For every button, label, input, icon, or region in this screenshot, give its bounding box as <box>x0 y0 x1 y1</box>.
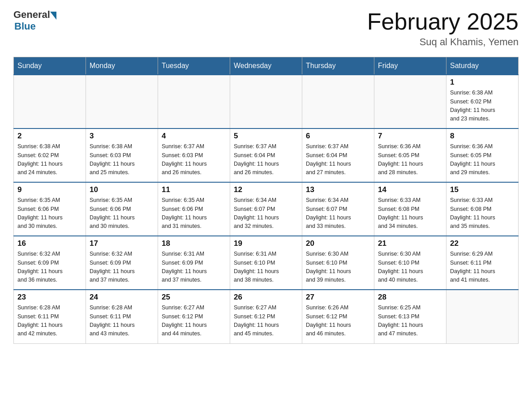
day-number: 9 <box>17 185 82 194</box>
day-number: 26 <box>234 293 298 302</box>
calendar-cell: 13Sunrise: 6:34 AMSunset: 6:07 PMDayligh… <box>302 182 374 236</box>
day-info: Sunrise: 6:34 AMSunset: 6:07 PMDaylight:… <box>234 196 298 231</box>
week-row-5: 23Sunrise: 6:28 AMSunset: 6:11 PMDayligh… <box>14 290 519 343</box>
calendar-table: SundayMondayTuesdayWednesdayThursdayFrid… <box>13 57 519 344</box>
day-number: 17 <box>90 239 154 248</box>
calendar-header-tuesday: Tuesday <box>158 57 230 75</box>
day-number: 13 <box>306 185 370 194</box>
day-number: 10 <box>90 185 154 194</box>
day-number: 15 <box>450 185 515 194</box>
logo: General Blue <box>13 9 56 32</box>
calendar-cell <box>302 75 374 128</box>
day-number: 23 <box>17 293 82 302</box>
calendar-cell: 19Sunrise: 6:31 AMSunset: 6:10 PMDayligh… <box>230 236 302 290</box>
calendar-header-thursday: Thursday <box>302 57 374 75</box>
day-info: Sunrise: 6:33 AMSunset: 6:08 PMDaylight:… <box>450 196 515 231</box>
day-number: 20 <box>306 239 370 248</box>
calendar-cell: 14Sunrise: 6:33 AMSunset: 6:08 PMDayligh… <box>374 182 446 236</box>
day-info: Sunrise: 6:29 AMSunset: 6:11 PMDaylight:… <box>450 250 515 285</box>
day-number: 19 <box>234 239 298 248</box>
day-number: 18 <box>162 239 226 248</box>
day-info: Sunrise: 6:26 AMSunset: 6:12 PMDaylight:… <box>306 304 370 338</box>
day-number: 21 <box>378 239 442 248</box>
day-info: Sunrise: 6:33 AMSunset: 6:08 PMDaylight:… <box>378 196 442 231</box>
calendar-cell: 6Sunrise: 6:37 AMSunset: 6:04 PMDaylight… <box>302 128 374 182</box>
day-number: 24 <box>90 293 154 302</box>
calendar-header-saturday: Saturday <box>446 57 519 75</box>
week-row-3: 9Sunrise: 6:35 AMSunset: 6:06 PMDaylight… <box>14 182 519 236</box>
calendar-cell: 16Sunrise: 6:32 AMSunset: 6:09 PMDayligh… <box>14 236 86 290</box>
calendar-cell <box>158 75 230 128</box>
calendar-header-friday: Friday <box>374 57 446 75</box>
day-number: 1 <box>450 78 515 87</box>
day-number: 11 <box>162 185 226 194</box>
day-info: Sunrise: 6:32 AMSunset: 6:09 PMDaylight:… <box>17 250 82 285</box>
calendar-cell: 9Sunrise: 6:35 AMSunset: 6:06 PMDaylight… <box>14 182 86 236</box>
calendar-cell: 23Sunrise: 6:28 AMSunset: 6:11 PMDayligh… <box>14 290 86 343</box>
calendar-cell: 12Sunrise: 6:34 AMSunset: 6:07 PMDayligh… <box>230 182 302 236</box>
calendar-cell <box>86 75 158 128</box>
day-info: Sunrise: 6:37 AMSunset: 6:04 PMDaylight:… <box>306 142 370 177</box>
calendar-cell: 2Sunrise: 6:38 AMSunset: 6:02 PMDaylight… <box>14 128 86 182</box>
day-number: 25 <box>162 293 226 302</box>
calendar-cell: 21Sunrise: 6:30 AMSunset: 6:10 PMDayligh… <box>374 236 446 290</box>
calendar-header-row: SundayMondayTuesdayWednesdayThursdayFrid… <box>14 57 519 75</box>
calendar-cell: 5Sunrise: 6:37 AMSunset: 6:04 PMDaylight… <box>230 128 302 182</box>
day-number: 14 <box>378 185 442 194</box>
calendar-header-wednesday: Wednesday <box>230 57 302 75</box>
calendar-cell: 26Sunrise: 6:27 AMSunset: 6:12 PMDayligh… <box>230 290 302 343</box>
day-info: Sunrise: 6:27 AMSunset: 6:12 PMDaylight:… <box>162 304 226 338</box>
day-info: Sunrise: 6:30 AMSunset: 6:10 PMDaylight:… <box>378 250 442 285</box>
day-info: Sunrise: 6:31 AMSunset: 6:10 PMDaylight:… <box>234 250 298 285</box>
day-number: 27 <box>306 293 370 302</box>
page-header: General Blue February 2025 Suq al Khamis… <box>13 9 519 48</box>
day-info: Sunrise: 6:36 AMSunset: 6:05 PMDaylight:… <box>450 142 515 177</box>
calendar-cell: 10Sunrise: 6:35 AMSunset: 6:06 PMDayligh… <box>86 182 158 236</box>
calendar-cell: 15Sunrise: 6:33 AMSunset: 6:08 PMDayligh… <box>446 182 519 236</box>
day-info: Sunrise: 6:35 AMSunset: 6:06 PMDaylight:… <box>17 196 82 231</box>
day-info: Sunrise: 6:27 AMSunset: 6:12 PMDaylight:… <box>234 304 298 338</box>
day-number: 4 <box>162 132 226 141</box>
calendar-cell: 11Sunrise: 6:35 AMSunset: 6:06 PMDayligh… <box>158 182 230 236</box>
calendar-cell <box>230 75 302 128</box>
day-number: 2 <box>17 132 82 141</box>
calendar-cell: 22Sunrise: 6:29 AMSunset: 6:11 PMDayligh… <box>446 236 519 290</box>
day-info: Sunrise: 6:38 AMSunset: 6:02 PMDaylight:… <box>17 142 82 177</box>
calendar-cell: 27Sunrise: 6:26 AMSunset: 6:12 PMDayligh… <box>302 290 374 343</box>
day-info: Sunrise: 6:36 AMSunset: 6:05 PMDaylight:… <box>378 142 442 177</box>
day-info: Sunrise: 6:38 AMSunset: 6:03 PMDaylight:… <box>90 142 154 177</box>
day-info: Sunrise: 6:35 AMSunset: 6:06 PMDaylight:… <box>162 196 226 231</box>
calendar-cell: 1Sunrise: 6:38 AMSunset: 6:02 PMDaylight… <box>446 75 519 128</box>
logo-arrow-icon <box>50 12 56 20</box>
day-number: 7 <box>378 132 442 141</box>
day-number: 12 <box>234 185 298 194</box>
day-info: Sunrise: 6:37 AMSunset: 6:04 PMDaylight:… <box>234 142 298 177</box>
calendar-cell: 17Sunrise: 6:32 AMSunset: 6:09 PMDayligh… <box>86 236 158 290</box>
week-row-2: 2Sunrise: 6:38 AMSunset: 6:02 PMDaylight… <box>14 128 519 182</box>
calendar-cell: 24Sunrise: 6:28 AMSunset: 6:11 PMDayligh… <box>86 290 158 343</box>
calendar-cell <box>14 75 86 128</box>
day-number: 28 <box>378 293 442 302</box>
day-number: 5 <box>234 132 298 141</box>
day-info: Sunrise: 6:28 AMSunset: 6:11 PMDaylight:… <box>90 304 154 338</box>
day-info: Sunrise: 6:25 AMSunset: 6:13 PMDaylight:… <box>378 304 442 338</box>
month-title: February 2025 <box>367 9 519 34</box>
day-number: 16 <box>17 239 82 248</box>
calendar-cell: 28Sunrise: 6:25 AMSunset: 6:13 PMDayligh… <box>374 290 446 343</box>
day-number: 3 <box>90 132 154 141</box>
day-info: Sunrise: 6:37 AMSunset: 6:03 PMDaylight:… <box>162 142 226 177</box>
calendar-cell: 4Sunrise: 6:37 AMSunset: 6:03 PMDaylight… <box>158 128 230 182</box>
day-info: Sunrise: 6:34 AMSunset: 6:07 PMDaylight:… <box>306 196 370 231</box>
calendar-header-sunday: Sunday <box>14 57 86 75</box>
logo-blue-text: Blue <box>14 21 56 32</box>
day-info: Sunrise: 6:38 AMSunset: 6:02 PMDaylight:… <box>450 89 515 124</box>
day-info: Sunrise: 6:35 AMSunset: 6:06 PMDaylight:… <box>90 196 154 231</box>
day-info: Sunrise: 6:32 AMSunset: 6:09 PMDaylight:… <box>90 250 154 285</box>
calendar-cell: 8Sunrise: 6:36 AMSunset: 6:05 PMDaylight… <box>446 128 519 182</box>
calendar-cell: 3Sunrise: 6:38 AMSunset: 6:03 PMDaylight… <box>86 128 158 182</box>
calendar-header-monday: Monday <box>86 57 158 75</box>
day-info: Sunrise: 6:31 AMSunset: 6:09 PMDaylight:… <box>162 250 226 285</box>
week-row-4: 16Sunrise: 6:32 AMSunset: 6:09 PMDayligh… <box>14 236 519 290</box>
calendar-cell: 20Sunrise: 6:30 AMSunset: 6:10 PMDayligh… <box>302 236 374 290</box>
day-number: 8 <box>450 132 515 141</box>
